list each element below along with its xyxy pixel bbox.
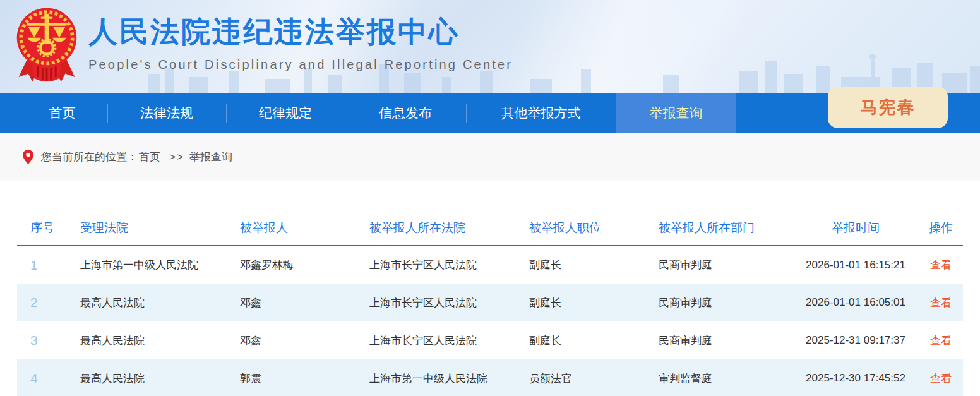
breadcrumb-current: 举报查询 xyxy=(189,150,232,164)
cell-index: 3 xyxy=(17,321,80,359)
cell-index: 4 xyxy=(17,359,80,396)
cell-accepting-court: 最高人民法院 xyxy=(80,284,240,321)
site-title: 人民法院违纪违法举报中心 xyxy=(88,15,513,49)
nav-item-news[interactable]: 信息发布 xyxy=(345,93,466,133)
report-table-section: 序号 受理法院 被举报人 被举报人所在法院 被举报人职位 被举报人所在部门 举报… xyxy=(17,210,963,396)
court-emblem-logo xyxy=(14,5,80,85)
view-link[interactable]: 查看 xyxy=(930,373,952,385)
cell-accepting-court: 最高人民法院 xyxy=(80,359,240,396)
view-link[interactable]: 查看 xyxy=(930,335,952,347)
nav-item-report-query[interactable]: 举报查询 xyxy=(616,93,736,133)
cell-reported-person: 郭震 xyxy=(240,359,369,396)
main-nav: 首页 法律法规 纪律规定 信息发布 其他举报方式 举报查询 马宪春 xyxy=(0,93,980,133)
cell-person-court: 上海市长宁区人民法院 xyxy=(369,321,529,359)
cell-accepting-court: 最高人民法院 xyxy=(80,321,240,359)
page: 人民法院违纪违法举报中心 People's Court Disciplinary… xyxy=(0,0,980,396)
cell-position: 副庭长 xyxy=(529,246,659,284)
cell-person-court: 上海市长宁区人民法院 xyxy=(369,284,529,321)
breadcrumb-label: 您当前所在的位置： xyxy=(41,150,138,164)
cell-report-time: 2025-12-31 09:17:37 xyxy=(792,321,919,359)
column-header-department: 被举报人所在部门 xyxy=(659,210,792,246)
nav-item-home[interactable]: 首页 xyxy=(17,93,107,133)
cell-accepting-court: 上海市第一中级人民法院 xyxy=(80,246,240,284)
site-header: 人民法院违纪违法举报中心 People's Court Disciplinary… xyxy=(0,0,980,93)
cell-report-time: 2026-01-01 16:15:21 xyxy=(792,246,919,284)
cell-department: 民商审判庭 xyxy=(659,246,792,284)
cell-reported-person: 邓鑫 xyxy=(240,321,369,359)
table-header-row: 序号 受理法院 被举报人 被举报人所在法院 被举报人职位 被举报人所在部门 举报… xyxy=(17,210,963,246)
cell-department: 民商审判庭 xyxy=(659,321,792,359)
cell-position: 副庭长 xyxy=(529,284,659,321)
cell-report-time: 2026-01-01 16:05:01 xyxy=(792,284,919,321)
report-table: 序号 受理法院 被举报人 被举报人所在法院 被举报人职位 被举报人所在部门 举报… xyxy=(17,210,963,396)
cell-position: 副庭长 xyxy=(529,321,659,359)
column-header-position: 被举报人职位 xyxy=(529,210,659,246)
cell-index: 1 xyxy=(17,246,80,284)
site-subtitle-en: People's Court Disciplinary and Illegal … xyxy=(88,57,513,72)
cell-department: 民商审判庭 xyxy=(659,284,792,321)
cell-reported-person: 邓鑫 xyxy=(240,284,369,321)
table-row: 4 最高人民法院 郭震 上海市第一中级人民法院 员额法官 审判监督庭 2025-… xyxy=(17,359,963,396)
table-row: 2 最高人民法院 邓鑫 上海市长宁区人民法院 副庭长 民商审判庭 2026-01… xyxy=(17,284,963,321)
nav-item-other-report-methods[interactable]: 其他举报方式 xyxy=(466,93,616,133)
user-badge[interactable]: 马宪春 xyxy=(828,87,948,128)
column-header-action: 操作 xyxy=(919,210,963,246)
column-header-index: 序号 xyxy=(17,210,80,246)
column-header-accepting-court: 受理法院 xyxy=(80,210,240,246)
nav-item-discipline-rules[interactable]: 纪律规定 xyxy=(226,93,345,133)
nav-item-laws[interactable]: 法律法规 xyxy=(107,93,226,133)
breadcrumb-separator: >> xyxy=(169,151,184,164)
breadcrumb-home-link[interactable]: 首页 xyxy=(139,150,160,164)
title-block: 人民法院违纪违法举报中心 People's Court Disciplinary… xyxy=(88,15,513,72)
table-row: 3 最高人民法院 邓鑫 上海市长宁区人民法院 副庭长 民商审判庭 2025-12… xyxy=(17,321,963,359)
view-link[interactable]: 查看 xyxy=(930,297,952,309)
column-header-reported-person: 被举报人 xyxy=(240,210,369,246)
table-row: 1 上海市第一中级人民法院 邓鑫罗林梅 上海市长宁区人民法院 副庭长 民商审判庭… xyxy=(17,246,963,284)
cell-index: 2 xyxy=(17,284,80,321)
column-header-report-time: 举报时间 xyxy=(792,210,919,246)
cell-person-court: 上海市第一中级人民法院 xyxy=(369,359,529,396)
cell-department: 审判监督庭 xyxy=(659,359,792,396)
view-link[interactable]: 查看 xyxy=(930,259,952,271)
column-header-person-court: 被举报人所在法院 xyxy=(369,210,529,246)
breadcrumb: 您当前所在的位置： 首页 >> 举报查询 xyxy=(0,133,980,181)
cell-reported-person: 邓鑫罗林梅 xyxy=(240,246,369,284)
cell-person-court: 上海市长宁区人民法院 xyxy=(369,246,529,284)
cell-position: 员额法官 xyxy=(529,359,659,396)
location-pin-icon xyxy=(23,150,33,164)
cell-report-time: 2025-12-30 17:45:52 xyxy=(792,359,919,396)
